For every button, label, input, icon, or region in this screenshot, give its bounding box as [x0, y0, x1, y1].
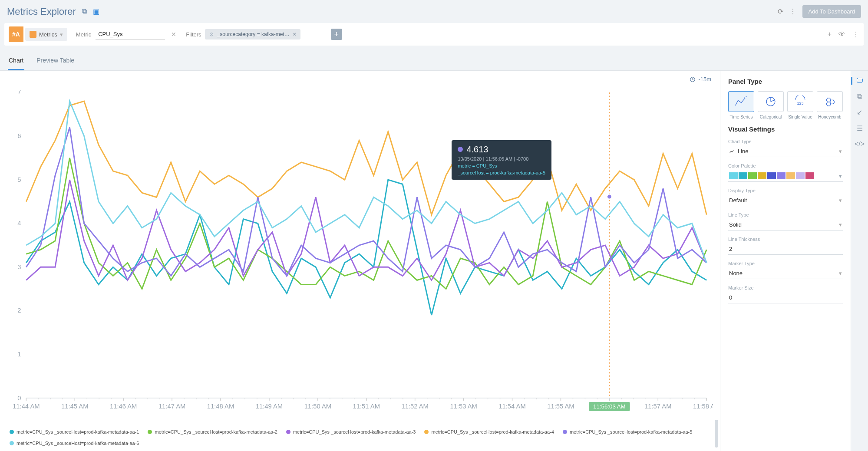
legend-item[interactable]: metric=CPU_Sys _sourceHost=prod-kafka-me… — [563, 429, 692, 435]
svg-marker-90 — [826, 102, 831, 106]
line-chart-icon — [729, 148, 735, 155]
monitor-icon[interactable]: 🖵 — [851, 77, 863, 85]
legend-item[interactable]: metric=CPU_Sys _sourceHost=prod-kafka-me… — [424, 429, 554, 435]
palette-swatch — [805, 172, 814, 179]
palette-swatch — [758, 172, 766, 179]
svg-text:6: 6 — [17, 132, 21, 139]
add-filter-button[interactable]: + — [331, 29, 342, 40]
display-type-label: Display Type — [728, 188, 843, 193]
list-icon[interactable]: ☰ — [857, 124, 863, 132]
svg-text:11:50 AM: 11:50 AM — [304, 403, 331, 410]
color-palette-label: Color Palette — [728, 163, 843, 168]
filter-clear-icon[interactable]: × — [293, 31, 296, 37]
time-range-label[interactable]: -15m — [698, 76, 711, 82]
svg-text:11:45 AM: 11:45 AM — [61, 403, 88, 410]
metric-input[interactable] — [96, 29, 165, 40]
legend-label: metric=CPU_Sys _sourceHost=prod-kafka-me… — [17, 441, 139, 446]
copy-icon[interactable]: ⧉ — [857, 92, 862, 100]
svg-text:11:48 AM: 11:48 AM — [207, 403, 234, 410]
line-chart[interactable]: 0123456711:44 AM11:45 AM11:46 AM11:47 AM… — [7, 86, 713, 424]
tab-preview-table[interactable]: Preview Table — [36, 52, 75, 70]
svg-text:11:47 AM: 11:47 AM — [158, 403, 185, 410]
legend-label: metric=CPU_Sys _sourceHost=prod-kafka-me… — [570, 429, 692, 435]
chevron-down-icon: ▾ — [839, 197, 842, 204]
tab-chart[interactable]: Chart — [8, 52, 24, 70]
top-header: Metrics Explorer ⧉ ▣ ⟳ ⋮ Add To Dashboar… — [0, 0, 868, 23]
marker-type-label: Marker Type — [728, 261, 843, 266]
svg-text:0: 0 — [17, 394, 21, 401]
line-thickness-input[interactable]: 2 — [728, 244, 843, 255]
query-more-icon[interactable]: ⋮ — [852, 30, 859, 39]
filter-chip[interactable]: ⊘ _sourcecategory = kafka-met… × — [205, 29, 300, 40]
chevron-down-icon: ▾ — [839, 221, 842, 228]
chevron-down-icon: ▾ — [60, 31, 63, 38]
metrics-icon — [30, 31, 36, 38]
add-to-dashboard-button[interactable]: Add To Dashboard — [802, 5, 861, 18]
marker-type-select[interactable]: None ▾ — [728, 268, 843, 279]
chart-type-select[interactable]: Line ▾ — [728, 146, 843, 157]
series-aa-4[interactable] — [26, 101, 706, 215]
arrow-down-left-icon[interactable]: ↙ — [857, 108, 862, 116]
metric-clear-icon[interactable]: ✕ — [169, 31, 178, 38]
legend-dot-icon — [148, 430, 152, 434]
save-icon[interactable]: ▣ — [93, 7, 99, 16]
legend-item[interactable]: metric=CPU_Sys _sourceHost=prod-kafka-me… — [286, 429, 416, 435]
scrollbar[interactable] — [715, 420, 718, 448]
marker-size-label: Marker Size — [728, 285, 843, 290]
svg-text:11:58 AM: 11:58 AM — [693, 403, 713, 410]
code-icon[interactable]: </> — [855, 140, 865, 148]
chevron-down-icon: ▾ — [839, 173, 842, 179]
svg-text:11:44 AM: 11:44 AM — [13, 403, 40, 410]
svg-text:11:53 AM: 11:53 AM — [450, 403, 477, 410]
series-aa-6[interactable] — [26, 101, 706, 263]
line-type-select[interactable]: Solid ▾ — [728, 219, 843, 230]
query-type-select[interactable]: Metrics ▾ — [25, 28, 67, 41]
palette-swatch — [739, 172, 747, 179]
add-query-icon[interactable]: + — [828, 30, 832, 39]
query-tag[interactable]: #A — [9, 26, 23, 42]
svg-text:123: 123 — [797, 101, 803, 105]
svg-point-85 — [607, 194, 612, 199]
series-aa-2[interactable] — [26, 158, 706, 289]
metric-label: Metric — [76, 31, 91, 38]
more-icon[interactable]: ⋮ — [789, 7, 796, 16]
legend-dot-icon — [10, 441, 14, 445]
panel-type-single-value[interactable]: 123Single Value — [787, 91, 813, 119]
tabs-row: Chart Preview Table — [0, 52, 868, 71]
page-title: Metrics Explorer — [7, 6, 76, 17]
query-type-label: Metrics — [39, 31, 57, 38]
legend-item[interactable]: metric=CPU_Sys _sourceHost=prod-kafka-me… — [10, 429, 139, 435]
series-aa-1[interactable] — [26, 180, 706, 315]
palette-swatch — [777, 172, 785, 179]
line-type-label: Line Type — [728, 212, 843, 217]
chevron-down-icon: ▾ — [839, 148, 842, 155]
svg-text:1: 1 — [17, 351, 21, 358]
chevron-down-icon: ▾ — [839, 270, 842, 277]
refresh-icon[interactable]: ⟳ — [778, 7, 783, 16]
external-link-icon[interactable]: ⧉ — [82, 7, 87, 16]
svg-text:11:56:03 AM: 11:56:03 AM — [593, 403, 626, 410]
svg-text:11:54 AM: 11:54 AM — [498, 403, 525, 410]
panel-type-time-series[interactable]: Time Series — [728, 91, 754, 119]
palette-swatch — [729, 172, 738, 179]
chart-panel: -15m 0123456711:44 AM11:45 AM11:46 AM11:… — [0, 71, 720, 451]
palette-select[interactable]: ▾ — [728, 170, 843, 182]
settings-panel: Panel Type Time SeriesCategorical123Sing… — [720, 71, 851, 451]
series-aa-5[interactable] — [26, 127, 706, 276]
palette-swatch — [796, 172, 805, 179]
display-type-select[interactable]: Default ▾ — [728, 195, 843, 206]
filters-label: Filters — [186, 31, 201, 38]
panel-type-honeycomb[interactable]: Honeycomb — [817, 91, 843, 119]
chart-legend: metric=CPU_Sys _sourceHost=prod-kafka-me… — [7, 428, 713, 448]
svg-text:11:49 AM: 11:49 AM — [256, 403, 283, 410]
svg-text:4: 4 — [17, 220, 21, 227]
svg-text:3: 3 — [17, 263, 21, 270]
legend-item[interactable]: metric=CPU_Sys _sourceHost=prod-kafka-me… — [10, 441, 139, 446]
panel-type-categorical[interactable]: Categorical — [758, 91, 784, 119]
legend-item[interactable]: metric=CPU_Sys _sourceHost=prod-kafka-me… — [148, 429, 277, 435]
marker-size-input[interactable]: 0 — [728, 292, 843, 303]
legend-dot-icon — [424, 430, 429, 434]
svg-text:11:52 AM: 11:52 AM — [401, 403, 428, 410]
visibility-icon[interactable]: 👁 — [838, 30, 845, 39]
palette-swatch — [748, 172, 757, 179]
